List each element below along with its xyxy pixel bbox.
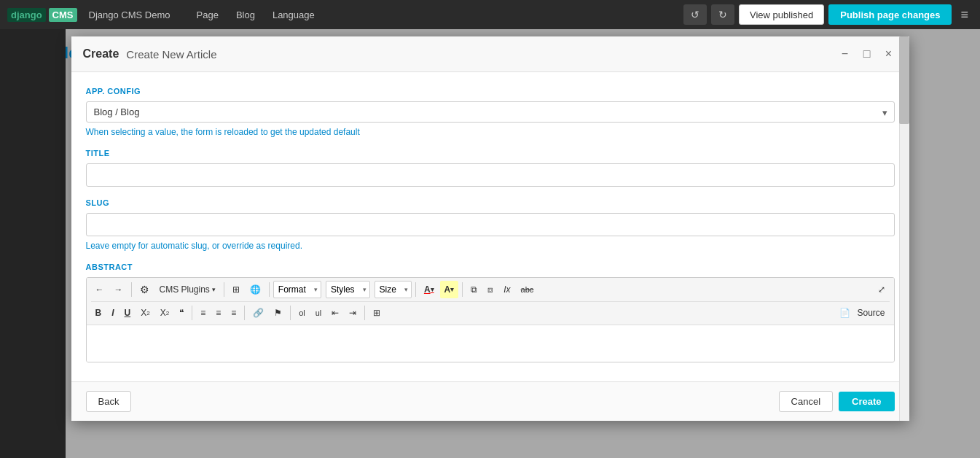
expand-button[interactable]: ⤢ xyxy=(874,281,890,298)
table-button[interactable]: ⊞ xyxy=(369,304,385,322)
italic-button[interactable]: I xyxy=(107,304,118,322)
styles-arrow: ▾ xyxy=(363,286,366,293)
cms-logo: CMS xyxy=(49,8,77,22)
slug-input[interactable] xyxy=(86,213,895,236)
format-label: Format xyxy=(278,284,306,295)
publish-button[interactable]: Publish page changes xyxy=(828,4,952,25)
remove-format-button[interactable]: abc xyxy=(517,281,538,298)
view-published-button[interactable]: View published xyxy=(739,4,824,25)
sep4 xyxy=(415,282,416,297)
format-dropdown[interactable]: Format ▾ xyxy=(273,281,321,298)
source-btn-group: 📄 Source xyxy=(839,304,889,322)
modal-footer: Back Cancel Create xyxy=(71,381,909,421)
align-right-button[interactable]: ≡ xyxy=(227,304,240,322)
source-button[interactable]: Source xyxy=(852,304,889,322)
modal-close-button[interactable]: × xyxy=(880,45,898,63)
underline-button[interactable]: U xyxy=(120,304,136,322)
undo-wysiwyg-button[interactable]: ← xyxy=(91,281,109,298)
logo: django CMS xyxy=(7,8,77,22)
cms-plugins-icon-button[interactable]: ⚙ xyxy=(136,281,154,298)
wysiwyg-content-area[interactable] xyxy=(87,325,894,362)
modal-body: APP. CONFIG Blog / Blog ▾ When selecting… xyxy=(71,72,909,381)
redo-wysiwyg-button[interactable]: → xyxy=(110,281,128,298)
sep3 xyxy=(269,282,270,297)
size-arrow: ▾ xyxy=(404,286,408,293)
outdent-button[interactable]: ⇤ xyxy=(327,304,343,322)
sep1 xyxy=(131,282,132,297)
wysiwyg-toolbar-row1: ← → ⚙ CMS Plugins ▾ ⊞ 🌐 xyxy=(87,278,894,325)
cms-plugins-label: CMS Plugins xyxy=(160,284,210,295)
slug-help: Leave empty for automatic slug, or overr… xyxy=(86,241,895,251)
sep2 xyxy=(224,282,224,297)
abstract-section: ABSTRACT ← → ⚙ CMS Plugins ▾ xyxy=(86,263,895,362)
title-label: TITLE xyxy=(86,149,895,158)
slug-section: SLUG Leave empty for automatic slug, or … xyxy=(86,198,895,251)
modal-overlay: Create Create New Article − □ × APP. CON… xyxy=(0,29,980,458)
ordered-list-button[interactable]: ol xyxy=(294,304,310,322)
modal-title: Create xyxy=(83,47,119,61)
wysiwyg-row2: B I U X2 X2 ❝ ≡ ≡ ≡ 🔗 ⚑ xyxy=(91,301,890,322)
create-button[interactable]: Create xyxy=(839,392,894,411)
copy-format-button[interactable]: ⧉ xyxy=(466,281,482,298)
django-logo: django xyxy=(7,8,46,22)
modal-subtitle: Create New Article xyxy=(126,48,216,61)
align-center-button[interactable]: ≡ xyxy=(211,304,225,322)
modal-scrollbar[interactable] xyxy=(899,36,909,421)
superscript-button[interactable]: X2 xyxy=(156,304,173,322)
back-button[interactable]: Back xyxy=(86,391,132,412)
create-article-modal: Create Create New Article − □ × APP. CON… xyxy=(71,36,909,421)
title-section: TITLE xyxy=(86,149,895,187)
app-config-select[interactable]: Blog / Blog xyxy=(86,101,895,123)
nav-page[interactable]: Page xyxy=(189,7,226,23)
main-toolbar: django CMS Django CMS Demo Page Blog Lan… xyxy=(0,0,980,29)
title-input[interactable] xyxy=(86,163,895,187)
unordered-list-button[interactable]: ul xyxy=(311,304,326,322)
italic-x-button[interactable]: Ix xyxy=(499,281,514,298)
sep5 xyxy=(462,282,463,297)
menu-icon[interactable]: ≡ xyxy=(956,7,973,23)
bold-button[interactable]: B xyxy=(91,304,106,322)
nav-blog[interactable]: Blog xyxy=(229,7,262,23)
paste-format-button[interactable]: ⧈ xyxy=(483,281,498,298)
styles-dropdown[interactable]: Styles ▾ xyxy=(326,281,370,298)
source-doc-icon: 📄 xyxy=(839,308,850,318)
cms-plugins-dropdown-button[interactable]: CMS Plugins ▾ xyxy=(155,281,220,298)
sep9 xyxy=(364,306,365,320)
app-config-select-wrapper: Blog / Blog ▾ xyxy=(86,101,895,123)
styles-label: Styles xyxy=(331,284,355,295)
wysiwyg-row1: ← → ⚙ CMS Plugins ▾ ⊞ 🌐 xyxy=(91,281,890,298)
cms-plugins-arrow: ▾ xyxy=(212,286,216,293)
format-arrow: ▾ xyxy=(314,286,318,293)
cancel-button[interactable]: Cancel xyxy=(779,391,833,412)
sep8 xyxy=(290,306,291,320)
globe-button[interactable]: 🌐 xyxy=(246,281,265,298)
abstract-label: ABSTRACT xyxy=(86,263,895,271)
subscript-button[interactable]: X2 xyxy=(136,304,154,322)
app-config-label: APP. CONFIG xyxy=(86,87,895,96)
link-button[interactable]: 🔗 xyxy=(248,304,268,322)
align-left-button[interactable]: ≡ xyxy=(196,304,210,322)
toolbar-nav: Page Blog Language xyxy=(189,7,322,23)
widget-button[interactable]: ⊞ xyxy=(228,281,244,298)
font-bg-button[interactable]: A▾ xyxy=(440,281,459,298)
indent-button[interactable]: ⇥ xyxy=(345,304,361,322)
nav-language[interactable]: Language xyxy=(265,7,322,23)
sep6 xyxy=(192,306,192,320)
modal-header: Create Create New Article − □ × xyxy=(71,36,909,72)
app-config-section: APP. CONFIG Blog / Blog ▾ When selecting… xyxy=(86,87,895,137)
flag-button[interactable]: ⚑ xyxy=(270,304,286,322)
font-color-button[interactable]: A▾ xyxy=(420,281,439,298)
modal-minimize-button[interactable]: − xyxy=(836,45,854,63)
size-dropdown[interactable]: Size ▾ xyxy=(375,281,412,298)
app-config-help: When selecting a value, the form is relo… xyxy=(86,127,895,137)
scrollbar-thumb[interactable] xyxy=(899,36,909,124)
undo-button[interactable]: ↺ xyxy=(683,4,707,25)
modal-actions: − □ × xyxy=(836,45,898,63)
wysiwyg-editor: ← → ⚙ CMS Plugins ▾ ⊞ 🌐 xyxy=(86,277,895,362)
modal-maximize-button[interactable]: □ xyxy=(858,45,876,63)
redo-button[interactable]: ↻ xyxy=(711,4,734,25)
blockquote-button[interactable]: ❝ xyxy=(175,304,188,322)
slug-label: SLUG xyxy=(86,198,895,207)
sep7 xyxy=(244,306,245,320)
size-label: Size xyxy=(380,284,396,295)
